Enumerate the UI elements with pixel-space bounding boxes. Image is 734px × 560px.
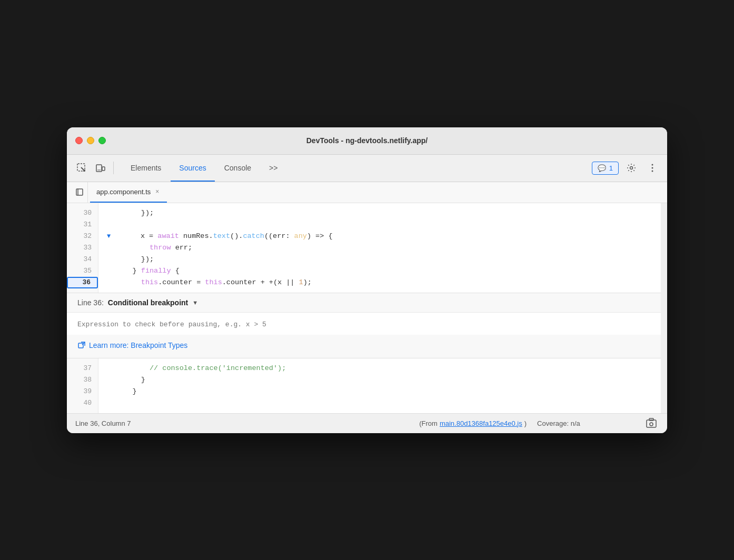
code-line-34: }); <box>107 254 667 265</box>
toolbar-divider-1 <box>113 162 114 174</box>
line-num-35: 35 <box>67 265 98 277</box>
breakpoint-expression-input[interactable] <box>77 321 657 328</box>
window-title: DevTools - ng-devtools.netlify.app/ <box>306 136 428 145</box>
devtools-window: DevTools - ng-devtools.netlify.app/ Elem… <box>67 127 667 433</box>
from-close: ) <box>524 419 527 427</box>
minimize-button[interactable] <box>87 137 94 144</box>
svg-rect-8 <box>76 189 83 195</box>
breakpoint-header: Line 36: Conditional breakpoint ▼ <box>67 293 667 313</box>
tab-elements[interactable]: Elements <box>122 154 170 182</box>
breakpoint-line-label: Line 36: <box>77 298 104 307</box>
line-num-31: 31 <box>67 219 98 231</box>
line-num-36[interactable]: 36 <box>67 277 98 288</box>
code-lines: }); ▼ x = await numRes. text (). catch (… <box>98 203 667 293</box>
breakpoint-link-area: Learn more: Breakpoint Types <box>67 335 667 358</box>
code-lines-after: // console.trace('incremented'); } } <box>98 358 667 413</box>
line-num-37: 37 <box>67 363 98 374</box>
editor-area: 30 31 32 33 34 35 36 }); ▼ <box>67 203 667 413</box>
cursor-position: Line 36, Column 7 <box>75 419 355 427</box>
code-line-40 <box>107 397 667 409</box>
chat-icon: 💬 <box>598 164 606 172</box>
svg-point-14 <box>650 423 653 426</box>
scrollbar-track-after <box>661 203 667 413</box>
line-num-33: 33 <box>67 242 98 254</box>
svg-rect-12 <box>647 420 656 427</box>
line-num-34: 34 <box>67 254 98 265</box>
badge-count: 1 <box>609 164 613 172</box>
source-file-info: (From main.80d1368fa125e4e0.js ) Coverag… <box>360 419 640 427</box>
svg-rect-1 <box>96 165 102 172</box>
settings-icon[interactable] <box>623 159 640 176</box>
svg-point-5 <box>652 164 653 166</box>
code-line-32: ▼ x = await numRes. text (). catch (( er… <box>107 231 667 242</box>
breakpoint-input-area <box>67 313 667 335</box>
code-line-31 <box>107 219 667 231</box>
from-label: (From <box>419 419 438 427</box>
console-messages-badge[interactable]: 💬 1 <box>592 162 619 175</box>
breakpoint-popup: Line 36: Conditional breakpoint ▼ L <box>67 293 667 358</box>
code-container: 30 31 32 33 34 35 36 }); ▼ <box>67 203 667 293</box>
line-num-40: 40 <box>67 397 98 409</box>
code-line-33: throw err; <box>107 242 667 254</box>
more-options-icon[interactable] <box>644 159 661 176</box>
tab-navigation: Elements Sources Console >> <box>122 154 286 182</box>
maximize-button[interactable] <box>98 137 106 144</box>
tab-console[interactable]: Console <box>216 154 260 182</box>
svg-point-7 <box>652 171 653 172</box>
inspect-element-icon[interactable] <box>73 159 90 176</box>
file-tabbar: app.component.ts × <box>67 182 667 203</box>
toolbar-right: 💬 1 <box>592 159 661 176</box>
tab-more[interactable]: >> <box>261 154 286 182</box>
svg-rect-13 <box>649 418 653 421</box>
titlebar: DevTools - ng-devtools.netlify.app/ <box>67 127 667 155</box>
fold-arrow-32[interactable]: ▼ <box>107 231 111 242</box>
main-toolbar: Elements Sources Console >> 💬 1 <box>67 155 667 182</box>
code-line-30: }); <box>107 207 667 219</box>
line-num-30: 30 <box>67 207 98 219</box>
device-toggle-icon[interactable] <box>92 159 109 176</box>
tab-sources[interactable]: Sources <box>171 154 214 182</box>
file-tab-close[interactable]: × <box>154 187 161 196</box>
code-line-38: } <box>107 374 667 386</box>
learn-more-text: Learn more: Breakpoint Types <box>89 341 187 349</box>
traffic-lights <box>75 137 106 144</box>
file-tab-app-component[interactable]: app.component.ts × <box>90 182 167 203</box>
line-num-39: 39 <box>67 386 98 397</box>
screenshot-icon[interactable] <box>644 416 659 431</box>
code-line-37: // console.trace('incremented'); <box>107 363 667 374</box>
learn-more-link[interactable]: Learn more: Breakpoint Types <box>77 341 657 349</box>
statusbar: Line 36, Column 7 (From main.80d1368fa12… <box>67 413 667 433</box>
svg-rect-2 <box>102 167 105 171</box>
code-line-36: this .counter = this .counter + +(x || 1… <box>107 277 667 288</box>
breakpoint-type: Conditional breakpoint <box>108 298 188 307</box>
breakpoint-type-dropdown[interactable]: ▼ <box>192 299 198 306</box>
svg-point-4 <box>630 167 633 169</box>
code-container-after: 37 38 39 40 // console.trace('incremente… <box>67 358 667 413</box>
code-line-35: } finally { <box>107 265 667 277</box>
code-line-39: } <box>107 386 667 397</box>
line-numbers: 30 31 32 33 34 35 36 <box>67 203 98 293</box>
coverage-label: Coverage: n/a <box>537 419 580 427</box>
line-num-32: 32 <box>67 231 98 242</box>
svg-point-6 <box>652 167 653 169</box>
line-numbers-after: 37 38 39 40 <box>67 358 98 413</box>
close-button[interactable] <box>75 137 83 144</box>
external-link-icon <box>77 341 86 349</box>
file-tab-name: app.component.ts <box>96 188 151 196</box>
source-file-link[interactable]: main.80d1368fa125e4e0.js <box>440 419 522 427</box>
sidebar-toggle-icon[interactable] <box>71 182 88 203</box>
line-num-38: 38 <box>67 374 98 386</box>
